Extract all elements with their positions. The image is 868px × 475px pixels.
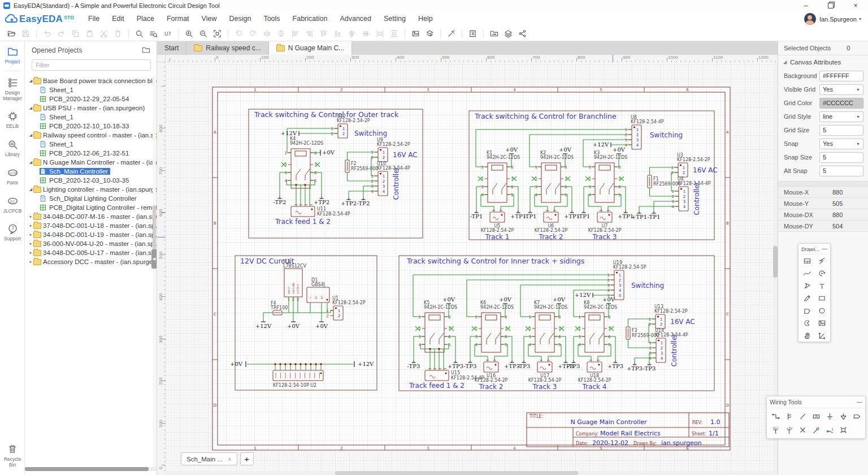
grid-color-input[interactable]: #CCCCCC: [819, 98, 863, 109]
sidebar-item-support[interactable]: ?Support: [0, 218, 25, 247]
tree-item-schematic[interactable]: Sch_Digital Lighting Controller: [25, 194, 157, 203]
schematic-viewport[interactable]: 112233445566AABBCCDDTrack switching & Co…: [166, 62, 778, 475]
menu-tools[interactable]: Tools: [257, 15, 286, 23]
tool-net-label[interactable]: N: [809, 409, 823, 423]
caret-down-icon[interactable]: ◢: [28, 106, 33, 110]
user-menu[interactable]: Ian.Spurgeon ▾: [804, 13, 861, 25]
project-folder[interactable]: ◢Base Board power track connection block…: [25, 76, 157, 85]
projects-vertical-scrollbar[interactable]: [153, 75, 156, 471]
tool-canvas[interactable]: [800, 254, 814, 267]
project-folder[interactable]: ▸34-048-DC-007-M-16 - master - (ian.spur…: [25, 212, 157, 221]
caret-right-icon[interactable]: ▸: [28, 214, 33, 219]
tree-item-pcb[interactable]: PCB_2020-12-03_10-03-35: [25, 176, 157, 185]
project-folder[interactable]: ◢Railway speed control - master - (ian.s…: [25, 131, 157, 140]
search-list-button[interactable]: [146, 28, 160, 40]
tool-vcc[interactable]: VCC: [769, 423, 782, 437]
zoom-out-button[interactable]: [196, 28, 210, 40]
projects-horizontal-scrollbar[interactable]: [25, 467, 157, 471]
tree-item-pcb[interactable]: PCB_Digital Ligting Controller - remote …: [25, 203, 157, 212]
tree-item-pcb[interactable]: PCB_2020-12-29_22-05-54: [25, 94, 157, 103]
project-folder[interactable]: ▸37-048-DC-001-U-18 - master - (ian.spur…: [25, 221, 157, 230]
menu-advanced[interactable]: Advanced: [333, 15, 377, 23]
photo-album-button[interactable]: [487, 28, 501, 40]
search-button[interactable]: [132, 28, 146, 40]
panel-collapse-handle[interactable]: ◀: [151, 249, 157, 269]
project-folder[interactable]: ▸34-048-DC-005-U-17 - master - (ian.spur…: [25, 248, 157, 257]
sheet-tab-main[interactable]: Sch_Main ... ∧: [181, 452, 237, 465]
filter-input[interactable]: [32, 59, 151, 71]
caret-right-icon[interactable]: ▸: [28, 241, 33, 246]
tab-start[interactable]: Start: [157, 41, 186, 55]
minimize-button[interactable]: –: [793, 0, 818, 11]
open-project-icon[interactable]: [142, 46, 151, 55]
canvas-attributes-header[interactable]: Canvas Attributes: [778, 55, 868, 69]
caret-right-icon[interactable]: ▸: [28, 251, 33, 255]
tool-drag[interactable]: [800, 329, 814, 342]
project-folder[interactable]: ◢N Guage Main Controller - master - (ian…: [25, 158, 157, 167]
menu-fabrication[interactable]: Fabrication: [287, 15, 334, 23]
background-input[interactable]: #FFFFFF: [819, 71, 863, 81]
sidebar-item-eelib[interactable]: EELib: [0, 106, 25, 134]
share-button[interactable]: [515, 28, 530, 40]
grid-size-input[interactable]: 5: [819, 125, 863, 136]
tool-bezier[interactable]: [800, 267, 814, 279]
grid-style-select[interactable]: line▼: [819, 111, 863, 122]
tool-wire[interactable]: [769, 409, 782, 423]
project-folder[interactable]: ◢Lighting controller - master - (ian.spu…: [25, 185, 157, 194]
menu-place[interactable]: Place: [131, 15, 160, 23]
tool-arc[interactable]: [814, 267, 829, 279]
tree-item-pcb[interactable]: PCB_2020-12-06_21-32-51: [25, 149, 157, 158]
tree-item-schematic[interactable]: Sheet_1: [25, 85, 157, 94]
open-button[interactable]: [5, 28, 19, 40]
project-folder[interactable]: ▸34-048-DC-001-U-19 - master - (ian.spur…: [25, 230, 157, 239]
layers-button[interactable]: [501, 28, 515, 40]
tool-rect[interactable]: [814, 292, 829, 304]
tool-bus-entry[interactable]: [796, 409, 809, 423]
tool-no-connect[interactable]: [796, 423, 809, 437]
chevron-up-icon[interactable]: ∧: [228, 456, 232, 462]
tool-pin[interactable]: [809, 423, 823, 437]
sidebar-item-design-manager[interactable]: DesignManager: [0, 72, 25, 106]
zoom-in-button[interactable]: [182, 28, 196, 40]
schematic-sheet[interactable]: 112233445566AABBCCDDTrack switching & Co…: [212, 87, 731, 451]
image-button[interactable]: [409, 28, 423, 40]
caret-right-icon[interactable]: ▸: [28, 232, 33, 237]
alt-snap-input[interactable]: 5: [819, 166, 863, 176]
sidebar-item-recycle-bin[interactable]: RecycleBin: [0, 439, 25, 473]
tree-item-pcb[interactable]: PCB_2020-12-10_10-18-33: [25, 122, 157, 131]
wand-button[interactable]: [444, 28, 458, 40]
maximize-button[interactable]: [818, 0, 843, 11]
annotate-button[interactable]: U?: [160, 28, 175, 40]
caret-down-icon[interactable]: ◢: [28, 160, 33, 165]
tool-measure[interactable]: [814, 329, 829, 342]
tool-bus[interactable]: [782, 409, 796, 423]
caret-right-icon[interactable]: ▸: [28, 260, 33, 264]
project-folder[interactable]: ▸Accessory DCC - master - (ian.spurgeon): [25, 257, 157, 266]
snap-size-input[interactable]: 5: [819, 152, 863, 163]
tool-signal-ground[interactable]: [836, 409, 850, 423]
tool-polyline[interactable]: [814, 254, 829, 267]
push-layer-button[interactable]: [423, 28, 437, 40]
caret-down-icon[interactable]: ◢: [28, 133, 33, 137]
tool-pencil[interactable]: [800, 292, 814, 304]
easyeda-logo[interactable]: EasyEDA STD: [5, 14, 74, 25]
tool-text[interactable]: T: [814, 279, 829, 292]
menu-edit[interactable]: Edit: [106, 15, 131, 23]
tree-item-schematic[interactable]: Sheet_1: [25, 113, 157, 122]
tool-net-flag[interactable]: 1: [823, 423, 836, 437]
tool-arrow[interactable]: [800, 279, 814, 292]
tab-n-guage-main-c-[interactable]: N Guage Main C...: [269, 41, 352, 55]
sidebar-item-library[interactable]: Library: [0, 134, 25, 162]
sidebar-item-project[interactable]: Project: [0, 41, 25, 70]
minimize-palette-icon[interactable]: —: [857, 399, 862, 405]
caret-down-icon[interactable]: ◢: [28, 187, 33, 192]
sidebar-item-jlcpcb[interactable]: JLCJLCPCB: [0, 191, 25, 219]
add-sheet-button[interactable]: +: [240, 452, 254, 465]
zoom-fit-button[interactable]: [210, 28, 224, 40]
canvas-horizontal-scrollbar[interactable]: [166, 471, 773, 475]
tool-polygon[interactable]: [800, 304, 814, 317]
project-folder[interactable]: ◢USB PSU - master - (ian.spurgeon): [25, 103, 157, 113]
bom-button[interactable]: B: [466, 28, 480, 40]
caret-down-icon[interactable]: ◢: [28, 79, 33, 83]
caret-right-icon[interactable]: ▸: [28, 223, 33, 228]
